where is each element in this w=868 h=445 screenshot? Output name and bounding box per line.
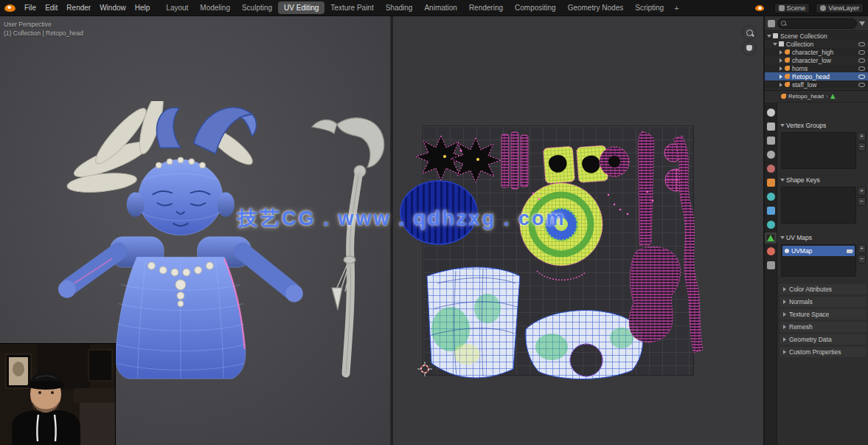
add-button[interactable]: +	[858, 132, 866, 141]
scene-icon	[779, 5, 785, 11]
outliner-row[interactable]: Collection	[765, 40, 868, 48]
disclosure-icon[interactable]	[773, 43, 777, 46]
mesh-object-icon	[785, 82, 790, 87]
workspace-tab-layout[interactable]: Layout	[160, 1, 194, 14]
eye-icon[interactable]	[858, 66, 865, 71]
disclosure-icon[interactable]	[780, 58, 782, 63]
section-color-attributes[interactable]: Color Attributes	[780, 284, 867, 294]
menu-render[interactable]: Render	[62, 2, 95, 13]
breadcrumb-object[interactable]: Retopo_head	[788, 93, 824, 100]
workspace-tab-texture-paint[interactable]: Texture Paint	[324, 1, 379, 14]
add-button[interactable]: +	[858, 244, 866, 253]
viewport-overlay-text: User Perspective (1) Collection | Retopo…	[4, 20, 83, 38]
section-vertex-groups[interactable]: Vertex Groups	[781, 122, 826, 129]
material-tab-icon[interactable]	[767, 247, 775, 255]
outliner-search[interactable]	[777, 18, 857, 29]
section-uv-maps[interactable]: UV Maps	[781, 234, 812, 241]
disclosure-icon[interactable]	[780, 50, 782, 55]
outliner-row[interactable]: staff_low	[765, 80, 868, 89]
physics-tab-icon[interactable]	[767, 193, 775, 201]
add-button[interactable]: +	[858, 187, 866, 196]
view-layer-selector[interactable]: ViewLayer	[816, 3, 864, 13]
remove-button[interactable]: −	[858, 142, 866, 151]
blender-logo-icon[interactable]	[4, 4, 15, 12]
uv-island-vine	[673, 136, 703, 353]
workspace-tab-animation[interactable]: Animation	[418, 1, 462, 14]
workspace-tab-sculpting[interactable]: Sculpting	[236, 1, 278, 14]
tool-tab-icon[interactable]	[767, 108, 775, 117]
particles-tab-icon[interactable]	[767, 221, 775, 229]
collection-icon	[773, 33, 778, 38]
disclosure-icon	[783, 325, 786, 329]
properties-editor: Retopo_head › Vertex Groups + − Sh	[765, 90, 868, 445]
collection-icon	[779, 41, 784, 46]
menu-help[interactable]: Help	[131, 2, 155, 13]
webcam-overlay	[0, 343, 116, 445]
world-tab-icon[interactable]	[767, 165, 775, 173]
section-remesh[interactable]: Remesh	[780, 322, 867, 332]
output-tab-icon[interactable]	[767, 137, 775, 145]
section-custom-properties[interactable]: Custom Properties	[780, 347, 867, 357]
object-data-tab-icon-active[interactable]	[767, 235, 774, 241]
filter-icon[interactable]	[859, 21, 865, 26]
uv-islands[interactable]	[393, 16, 765, 445]
eye-icon[interactable]	[858, 50, 865, 55]
breadcrumb-separator: ›	[826, 93, 828, 100]
outliner-row[interactable]: horns	[765, 64, 868, 72]
render-camera-icon[interactable]	[847, 249, 853, 253]
scene-name: Scene	[787, 4, 806, 12]
pan-gizmo-button[interactable]	[742, 41, 757, 55]
render-tab-icon[interactable]	[767, 123, 775, 131]
uv-map-item-selected[interactable]: UVMap	[782, 246, 855, 256]
workspace-tab-geometry-nodes[interactable]: Geometry Nodes	[562, 1, 630, 14]
workspace-tab-compositing[interactable]: Compositing	[509, 1, 562, 14]
eye-icon[interactable]	[858, 83, 865, 87]
section-shape-keys[interactable]: Shape Keys	[781, 176, 820, 184]
eye-icon[interactable]	[858, 42, 865, 46]
disclosure-icon[interactable]	[767, 35, 771, 38]
vertex-groups-list[interactable]	[781, 132, 856, 169]
workspace-tab-rendering[interactable]: Rendering	[463, 1, 509, 14]
outliner-row[interactable]: Scene Collection	[765, 32, 868, 40]
scene-selector[interactable]: Scene	[774, 3, 810, 13]
shape-keys-list[interactable]	[781, 187, 856, 224]
uv-maps-list[interactable]: UVMap	[781, 244, 856, 277]
section-normals[interactable]: Normals	[780, 297, 867, 307]
uv-editor[interactable]	[391, 16, 763, 445]
view-layer-tab-icon[interactable]	[767, 151, 775, 159]
outliner-row[interactable]: character_low	[765, 56, 868, 64]
section-texture-space[interactable]: Texture Space	[780, 309, 867, 320]
disclosure-icon[interactable]	[780, 83, 782, 87]
uv-island-strips	[501, 132, 528, 189]
view-layer-name: ViewLayer	[828, 4, 859, 12]
workspace-tab-uv-editing[interactable]: UV Editing	[278, 1, 324, 14]
staff-model[interactable]	[296, 111, 392, 384]
eye-icon[interactable]	[858, 58, 865, 63]
menu-window[interactable]: Window	[95, 2, 131, 13]
section-geometry-data[interactable]: Geometry Data	[780, 334, 867, 345]
remove-button[interactable]: −	[858, 255, 866, 263]
menu-file[interactable]: File	[20, 2, 41, 13]
workspace-tab-shading[interactable]: Shading	[380, 1, 419, 14]
workspace-tab-scripting[interactable]: Scripting	[629, 1, 670, 14]
uv-island-disc	[520, 183, 603, 280]
mesh-object-icon	[785, 49, 790, 55]
remove-button[interactable]: −	[858, 197, 866, 206]
disclosure-icon[interactable]	[780, 66, 782, 71]
topbar-right-cluster: Scene ViewLayer	[755, 3, 864, 13]
outliner-editor-icon[interactable]	[768, 20, 775, 27]
menu-edit[interactable]: Edit	[41, 2, 62, 13]
disclosure-icon[interactable]	[780, 75, 782, 79]
zoom-gizmo-button[interactable]	[742, 25, 757, 40]
object-tab-icon[interactable]	[767, 179, 775, 187]
workspace-tab-modeling[interactable]: Modeling	[194, 1, 236, 14]
outliner-row-selected[interactable]: Retopo_head	[765, 72, 868, 80]
outliner-search-input[interactable]	[788, 20, 853, 27]
texture-tab-icon[interactable]	[767, 261, 775, 269]
modifiers-tab-icon[interactable]	[767, 207, 775, 215]
right-panel: Scene Collection Collection character_hi…	[763, 16, 868, 445]
outliner-row[interactable]: character_high	[765, 48, 868, 56]
uv-island-blue-oval	[400, 181, 477, 244]
eye-icon[interactable]	[858, 75, 865, 79]
add-workspace-button[interactable]: +	[670, 2, 683, 14]
